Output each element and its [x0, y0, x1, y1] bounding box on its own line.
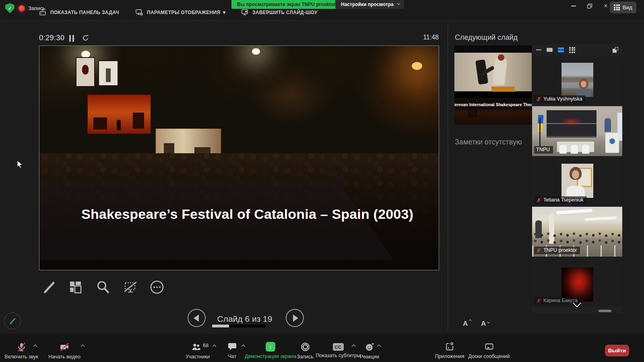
leave-meeting-button[interactable]: Выйти: [605, 345, 629, 356]
participant-tile[interactable]: TNPU proektor: [532, 207, 622, 257]
next-slide-thumbnail[interactable]: Yerevan International Shakespeare Theat: [454, 45, 532, 125]
participant-name: Yuliia Vyshnytska: [543, 96, 582, 102]
blank-screen-icon: [123, 280, 138, 295]
participant-tile-active-speaker[interactable]: TNPU: [532, 106, 622, 156]
record-icon: [300, 342, 310, 352]
gallery-view-icon[interactable]: [569, 47, 575, 53]
more-options-button[interactable]: [149, 280, 165, 295]
zoom-meeting-window: ✓ Запись ПОКАЗАТЬ ПАНЕЛЬ ЗАДАЧ ПАРАМЕТРЫ…: [0, 0, 644, 362]
slide-title: Shakespeare’s Festival of Catalonia – Sp…: [81, 206, 413, 222]
see-all-slides-button[interactable]: [68, 280, 83, 295]
view-settings-label: Настройки просмотра: [341, 2, 394, 7]
annotation-pencil-button[interactable]: [4, 313, 21, 329]
restore-window-button[interactable]: [584, 2, 595, 10]
video-panel-header: [532, 44, 622, 56]
participant-name-chip: TNPU: [534, 146, 553, 154]
participants-video-panel: Yuliia Vyshnytska TNPU: [532, 44, 622, 313]
popout-panel-icon[interactable]: [613, 47, 618, 53]
arrow-right-icon: [293, 315, 298, 322]
chat-icon: [227, 342, 237, 352]
participant-tile[interactable]: Yuliia Vyshnytska: [532, 56, 622, 105]
minimize-panel-icon[interactable]: [536, 49, 541, 51]
stage-light: [252, 48, 260, 55]
unmute-label: Включить звук: [4, 354, 38, 360]
slide-sorter-icon: [68, 280, 83, 295]
display-options-button[interactable]: ПАРАМЕТРЫ ОТОБРАЖЕНИЯ ▼: [135, 8, 227, 16]
notes-placeholder: Заметки отсутствую: [455, 138, 522, 146]
video-options-caret[interactable]: [81, 345, 85, 349]
next-slide-button[interactable]: [286, 309, 304, 327]
top-bar: ✓ Запись ПОКАЗАТЬ ПАНЕЛЬ ЗАДАЧ ПАРАМЕТРЫ…: [0, 0, 644, 21]
participant-name: TNPU: [536, 147, 550, 152]
apps-label: Приложения: [435, 354, 464, 359]
muted-mic-icon: [536, 197, 541, 203]
whiteboards-button[interactable]: Доски сообщений: [469, 342, 509, 359]
display-options-label: ПАРАМЕТРЫ ОТОБРАЖЕНИЯ ▼: [147, 10, 227, 15]
pause-timer-button[interactable]: [69, 35, 76, 42]
apps-button[interactable]: Приложения: [433, 342, 466, 359]
captions-button[interactable]: CC Показать субтитры: [321, 342, 355, 358]
muted-camera-icon: [59, 342, 70, 352]
increase-font-button[interactable]: A: [463, 320, 468, 328]
next-slide-heading: Следующий слайд: [455, 33, 518, 42]
mouse-cursor: [17, 160, 23, 171]
share-screen-label: Демонстрация экрана: [245, 354, 296, 359]
decrease-font-button[interactable]: A: [481, 320, 486, 328]
participant-name: TNPU proektor: [543, 247, 577, 253]
end-slideshow-label: ЗАВЕРШИТЬ СЛАЙД-ШОУ: [252, 10, 318, 15]
speaker-view-icon[interactable]: [547, 48, 553, 52]
chat-button[interactable]: Чат: [224, 342, 241, 359]
font-letter: A: [481, 320, 486, 327]
stage-screen: [98, 60, 118, 86]
gallery-strip-view-icon[interactable]: [558, 47, 564, 52]
thumbnail-backdrop: [454, 53, 532, 91]
display-settings-icon: [135, 8, 143, 16]
view-button[interactable]: Вид: [610, 2, 636, 13]
restart-timer-button[interactable]: [82, 34, 89, 43]
black-screen-button[interactable]: [123, 280, 138, 295]
pen-icon: [41, 280, 57, 295]
restore-icon: [587, 3, 592, 9]
viewing-screen-banner: Вы просматриваете экран TNPU proektor: [231, 0, 341, 9]
next-slide-caption: Yerevan International Shakespeare Theat: [454, 99, 532, 110]
zoom-slide-button[interactable]: [95, 280, 111, 295]
muted-mic-icon: [536, 248, 541, 253]
slide-counter: Слайд 6 из 19: [209, 314, 280, 324]
magnifier-icon: [95, 280, 111, 295]
unmute-button[interactable]: Включить звук: [3, 342, 39, 360]
view-settings-dropdown[interactable]: Настройки просмотра: [335, 0, 404, 9]
participants-button[interactable]: 68 Участники: [183, 342, 212, 360]
restart-icon: [82, 34, 89, 42]
participant-tile[interactable]: Tetiana Tsepeniuk: [532, 156, 622, 206]
green-pencil-icon: [8, 317, 17, 325]
start-video-button[interactable]: Начать видео: [47, 342, 81, 360]
thumbnail-actor: [498, 54, 504, 61]
thumbnail-bench: [491, 86, 515, 92]
progress-fill: [212, 325, 229, 327]
participant-name-chip: Tetiana Tsepeniuk: [534, 196, 587, 204]
whiteboard-icon: [484, 342, 494, 352]
chevron-down-icon: [487, 321, 490, 323]
muted-mic-icon: [17, 342, 27, 352]
record-button[interactable]: Запись: [295, 342, 316, 360]
muted-mic-icon: [536, 298, 541, 303]
previous-slide-button[interactable]: [188, 309, 206, 327]
stage-light: [412, 62, 422, 70]
participant-avatar: [561, 164, 593, 198]
up-arrow-glyph: ↑: [269, 343, 272, 350]
reactions-button[interactable]: Реакции: [357, 342, 382, 360]
view-button-label: Вид: [623, 4, 632, 10]
meeting-toolbar: Включить звук Начать видео 68 Участники: [0, 334, 644, 362]
participants-options-caret[interactable]: [213, 345, 217, 349]
participant-name: Карина Бакута: [543, 298, 578, 303]
reactions-label: Реакции: [360, 354, 379, 360]
panel-scrollbar-handle[interactable]: [599, 310, 611, 312]
show-taskbar-button[interactable]: ПОКАЗАТЬ ПАНЕЛЬ ЗАДАЧ: [39, 8, 119, 16]
end-slideshow-button[interactable]: ЗАВЕРШИТЬ СЛАЙД-ШОУ: [241, 8, 318, 16]
minimize-window-button[interactable]: [568, 2, 579, 10]
pen-tool-button[interactable]: [41, 280, 57, 295]
share-screen-button[interactable]: ↑ Демонстрация экрана: [250, 342, 291, 359]
arrow-left-icon: [194, 315, 199, 322]
taskbar-icon: [39, 8, 47, 16]
chat-options-caret[interactable]: [242, 345, 246, 349]
